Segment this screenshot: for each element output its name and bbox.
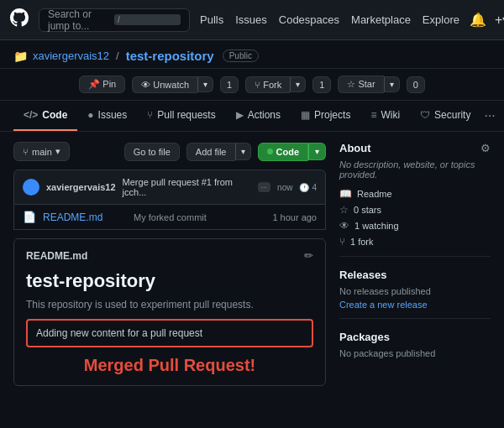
- tab-actions[interactable]: ▶ Actions: [226, 101, 291, 131]
- history-icon: 🕐: [299, 183, 309, 192]
- book-about-icon: 📖: [339, 188, 352, 200]
- divider-2: [339, 318, 491, 319]
- code-button[interactable]: Code: [258, 143, 309, 161]
- readme-description: This repository is used to experiment pu…: [26, 299, 313, 311]
- codespaces-link[interactable]: Codespaces: [279, 13, 339, 26]
- about-stars-item: ☆ 0 stars: [339, 204, 491, 216]
- visibility-badge: Public: [223, 50, 259, 62]
- github-logo[interactable]: [10, 8, 29, 31]
- readme-section-title: README.md: [26, 250, 87, 262]
- repo-name-link[interactable]: test-repository: [126, 49, 214, 63]
- watch-dropdown-button[interactable]: ▾: [197, 76, 213, 92]
- commit-author: xaviergervais12: [46, 182, 116, 192]
- fork-count: 1: [312, 76, 331, 93]
- pulls-link[interactable]: Pulls: [200, 13, 223, 26]
- search-kbd: /: [114, 14, 181, 25]
- file-commit-message: My forked commit: [134, 212, 265, 222]
- commit-options-badge[interactable]: ···: [258, 182, 271, 192]
- tab-wiki-label: Wiki: [381, 109, 400, 121]
- tab-projects[interactable]: ▦ Projects: [291, 101, 360, 131]
- readme-highlighted-text: Adding new content for a pull request: [26, 319, 313, 347]
- goto-file-button[interactable]: Go to file: [124, 143, 180, 161]
- create-release-link[interactable]: Create a new release: [339, 300, 491, 310]
- notifications-button[interactable]: 🔔: [470, 12, 486, 28]
- repo-tabs: </> Code ● Issues ⑂ Pull requests ▶ Acti…: [0, 101, 504, 132]
- readme-h1: test-repository: [26, 270, 313, 292]
- left-panel: ⑂ main ▾ Go to file Add file ▾ Code ▾ xa…: [13, 142, 326, 386]
- tab-projects-label: Projects: [314, 109, 350, 121]
- file-icon: 📄: [23, 211, 36, 223]
- marketplace-link[interactable]: Marketplace: [351, 13, 411, 26]
- no-releases-label: No releases published: [339, 286, 491, 296]
- code-dropdown-button[interactable]: ▾: [308, 143, 326, 160]
- search-text: Search or jump to...: [48, 8, 108, 32]
- add-file-dropdown-button[interactable]: ▾: [235, 143, 251, 160]
- tab-code-label: Code: [42, 109, 67, 121]
- about-watching-label: 1 watching: [354, 221, 399, 231]
- star-button[interactable]: ☆ Star: [338, 76, 383, 93]
- history-count[interactable]: 4: [312, 183, 317, 192]
- about-watching-item: 👁 1 watching: [339, 220, 491, 232]
- about-forks-item: ⑂ 1 fork: [339, 236, 491, 248]
- edit-readme-icon[interactable]: ✏: [304, 249, 313, 262]
- about-forks-label: 1 fork: [350, 237, 374, 247]
- explore-link[interactable]: Explore: [423, 13, 459, 26]
- create-new-button[interactable]: +▾: [495, 12, 504, 28]
- code-btn-label: Code: [276, 147, 300, 157]
- divider-1: [339, 256, 491, 257]
- about-settings-icon[interactable]: ⚙: [480, 142, 491, 154]
- top-navigation: Search or jump to... / Pulls Issues Code…: [0, 0, 504, 40]
- fork-button[interactable]: ⑂ Fork: [245, 76, 290, 93]
- topnav-right: 🔔 +▾ X: [470, 8, 504, 32]
- tab-code[interactable]: </> Code: [13, 101, 77, 131]
- tab-wiki[interactable]: ≡ Wiki: [360, 101, 410, 131]
- tab-pull-requests[interactable]: ⑂ Pull requests: [137, 101, 225, 131]
- star-dropdown-button[interactable]: ▾: [384, 76, 400, 92]
- watch-button-group: 👁 Unwatch ▾: [132, 76, 213, 93]
- watch-count: 1: [220, 76, 239, 93]
- projects-tab-icon: ▦: [301, 109, 310, 121]
- readme-panel: README.md ✏ test-repository This reposit…: [13, 238, 326, 386]
- slash-separator: /: [116, 50, 119, 62]
- star-button-group: ☆ Star ▾: [338, 76, 399, 93]
- action-row: 📌 Pin 👁 Unwatch ▾ 1 ⑂ Fork ▾ 1 ☆ Star ▾ …: [0, 69, 504, 101]
- actions-tab-icon: ▶: [236, 109, 244, 121]
- code-dot: [267, 149, 273, 154]
- file-name[interactable]: README.md: [43, 211, 127, 223]
- topnav-links: Pulls Issues Codespaces Marketplace Expl…: [200, 13, 459, 26]
- about-description: No description, website, or topics provi…: [339, 159, 491, 180]
- star-count: 0: [407, 76, 425, 93]
- tab-issues[interactable]: ● Issues: [77, 101, 137, 131]
- pin-button[interactable]: 📌 Pin: [79, 76, 125, 93]
- pr-tab-icon: ⑂: [147, 109, 153, 121]
- fork-dropdown-button[interactable]: ▾: [290, 76, 306, 92]
- file-row-readme: 📄 README.md My forked commit 1 hour ago: [13, 205, 326, 230]
- issues-link[interactable]: Issues: [235, 13, 267, 26]
- about-title: About: [339, 142, 371, 154]
- issues-tab-icon: ●: [87, 109, 93, 121]
- branch-label: main: [32, 147, 52, 157]
- main-content: ⑂ main ▾ Go to file Add file ▾ Code ▾ xa…: [0, 132, 504, 396]
- file-actions-bar: ⑂ main ▾ Go to file Add file ▾ Code ▾: [13, 142, 326, 161]
- owner-link[interactable]: xaviergervais12: [33, 50, 109, 62]
- no-packages-label: No packages published: [339, 348, 491, 358]
- branch-selector[interactable]: ⑂ main ▾: [13, 142, 70, 161]
- tab-security[interactable]: 🛡 Security: [410, 101, 480, 131]
- search-input[interactable]: Search or jump to... /: [39, 8, 190, 32]
- commit-message: Merge pull request #1 from jcch...: [123, 177, 251, 197]
- releases-title: Releases: [339, 269, 491, 281]
- branch-icon: ⑂: [23, 147, 29, 157]
- about-header: About ⚙: [339, 142, 491, 154]
- tabs-more-button[interactable]: ···: [480, 102, 498, 130]
- star-about-icon: ☆: [339, 204, 349, 216]
- add-file-button[interactable]: Add file: [186, 143, 235, 161]
- repo-header: 📁 xaviergervais12 / test-repository Publ…: [0, 40, 504, 69]
- fork-about-icon: ⑂: [339, 236, 345, 248]
- about-readme-item: 📖 Readme: [339, 188, 491, 200]
- watch-button[interactable]: 👁 Unwatch: [132, 76, 197, 93]
- eye-about-icon: 👁: [339, 220, 349, 232]
- commit-row: xaviergervais12 Merge pull request #1 fr…: [13, 170, 326, 205]
- about-stars-label: 0 stars: [354, 205, 381, 215]
- file-modified-time: 1 hour ago: [272, 212, 317, 222]
- tab-security-label: Security: [434, 109, 470, 121]
